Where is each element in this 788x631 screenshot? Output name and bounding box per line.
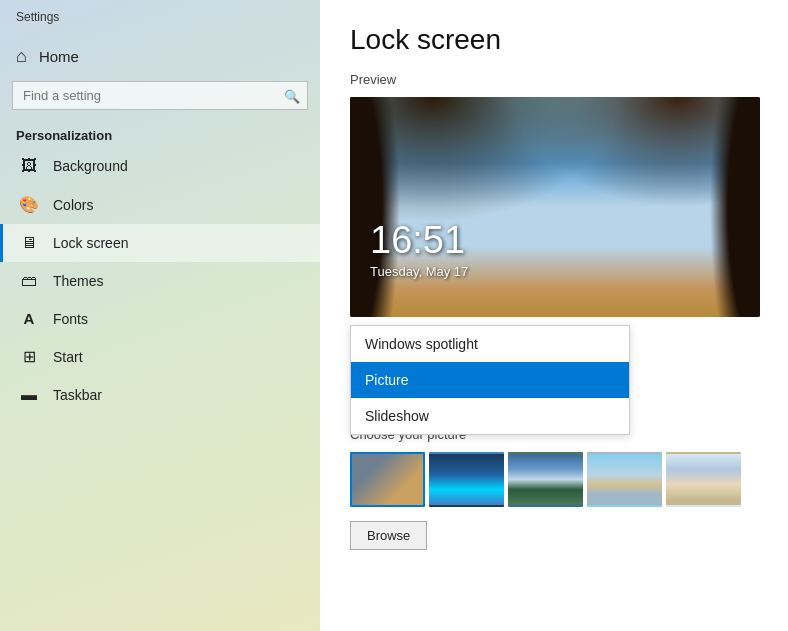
sidebar-item-label: Fonts [53,311,88,327]
home-label: Home [39,48,79,65]
sidebar-item-label: Colors [53,197,93,213]
search-input[interactable] [12,81,308,110]
section-label: Personalization [0,118,320,147]
lock-screen-preview: 16:51 Tuesday, May 17 [350,97,760,317]
preview-label: Preview [350,72,758,87]
dropdown-option-windows-spotlight[interactable]: Windows spotlight [351,326,629,362]
home-button[interactable]: ⌂ Home [0,32,320,81]
search-container: 🔍 [12,81,308,110]
sidebar-item-lock-screen[interactable]: 🖥 Lock screen [0,224,320,262]
sidebar-item-label: Taskbar [53,387,102,403]
sidebar-item-label: Themes [53,273,104,289]
taskbar-icon: ▬ [19,386,39,404]
app-title: Settings [0,0,320,32]
dropdown-option-slideshow[interactable]: Slideshow [351,398,629,434]
thumbnail-4[interactable] [587,452,662,507]
main-content: Lock screen Preview 16:51 Tuesday, May 1… [320,0,788,631]
thumbnail-2[interactable] [429,452,504,507]
sidebar-item-label: Start [53,349,83,365]
sidebar-item-taskbar[interactable]: ▬ Taskbar [0,376,320,414]
fonts-icon: A [19,310,39,327]
sidebar-item-colors[interactable]: 🎨 Colors [0,185,320,224]
thumbnail-3[interactable] [508,452,583,507]
sidebar-item-start[interactable]: ⊞ Start [0,337,320,376]
sidebar-item-themes[interactable]: 🗃 Themes [0,262,320,300]
preview-time: 16:51 [370,219,465,262]
preview-background [350,97,760,317]
themes-icon: 🗃 [19,272,39,290]
lock-screen-icon: 🖥 [19,234,39,252]
sidebar-item-label: Background [53,158,128,174]
search-icon: 🔍 [284,88,300,103]
thumbnail-5[interactable] [666,452,741,507]
colors-icon: 🎨 [19,195,39,214]
sidebar-item-label: Lock screen [53,235,128,251]
background-icon: 🖼 [19,157,39,175]
dropdown-menu: Windows spotlight Picture Slideshow [350,325,630,435]
sidebar-item-background[interactable]: 🖼 Background [0,147,320,185]
page-title: Lock screen [350,24,758,56]
sidebar-item-fonts[interactable]: A Fonts [0,300,320,337]
dropdown-option-picture[interactable]: Picture [351,362,629,398]
preview-date: Tuesday, May 17 [370,264,468,279]
browse-button[interactable]: Browse [350,521,427,550]
home-icon: ⌂ [16,46,27,67]
start-icon: ⊞ [19,347,39,366]
sidebar: Settings ⌂ Home 🔍 Personalization 🖼 Back… [0,0,320,631]
thumbnail-1[interactable] [350,452,425,507]
picture-thumbnails [350,452,758,507]
